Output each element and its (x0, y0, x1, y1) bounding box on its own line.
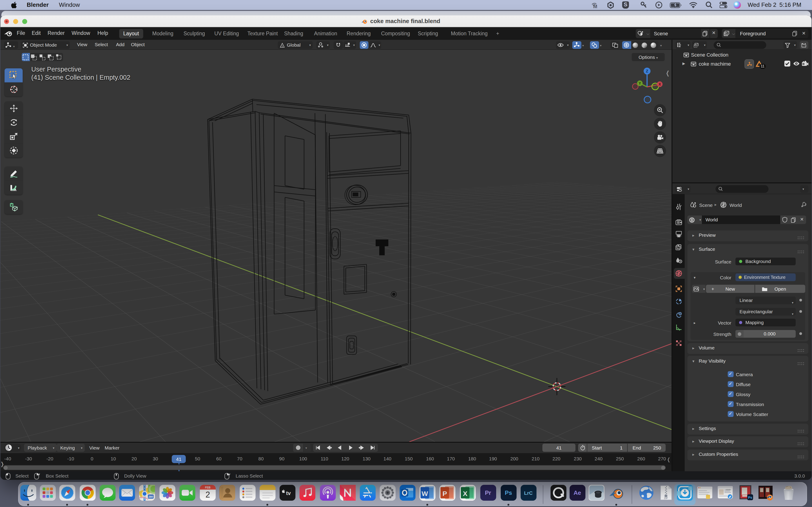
svg-text:X: X (659, 82, 661, 86)
svg-text:280: 280 (148, 495, 153, 498)
svg-text:$180: $180 (726, 489, 730, 491)
svg-text:Z: Z (646, 69, 648, 73)
svg-text:ZIP: ZIP (664, 497, 667, 500)
svg-text:P: P (442, 490, 447, 497)
svg-text:Y: Y (639, 81, 641, 85)
svg-text:W: W (421, 490, 428, 497)
svg-text:M: M (593, 4, 597, 9)
svg-text:X: X (463, 490, 467, 497)
svg-text:2: 2 (205, 490, 210, 499)
svg-text:tv: tv (286, 490, 291, 496)
svg-text:FEB: FEB (205, 486, 210, 489)
svg-text:Ps: Ps (748, 496, 752, 499)
